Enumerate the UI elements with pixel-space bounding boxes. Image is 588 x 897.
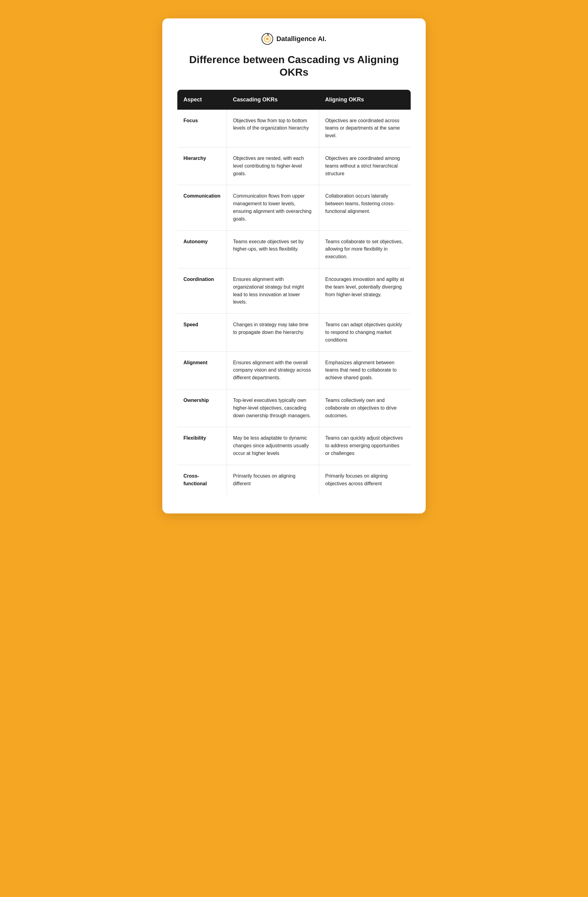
- table-header-row: Aspect Cascading OKRs Aligning OKRs: [177, 89, 411, 110]
- comparison-table: Aspect Cascading OKRs Aligning OKRs Focu…: [177, 89, 411, 495]
- cascading-cell: Objectives flow from top to bottom level…: [227, 110, 319, 147]
- aspect-cell: Hierarchy: [177, 147, 227, 185]
- col-header-aspect: Aspect: [177, 89, 227, 110]
- aspect-cell: Flexibility: [177, 427, 227, 465]
- cascading-cell: Top-level executives typically own highe…: [227, 389, 319, 427]
- page-title: Difference between Cascading vs Aligning…: [177, 53, 411, 78]
- aspect-cell: Coordination: [177, 268, 227, 314]
- aligning-cell: Teams collaborate to set objectives, all…: [319, 230, 411, 268]
- table-row: CommunicationCommunication flows from up…: [177, 185, 411, 230]
- aspect-cell: Focus: [177, 110, 227, 147]
- aligning-cell: Encourages innovation and agility at the…: [319, 268, 411, 314]
- table-row: FlexibilityMay be less adaptable to dyna…: [177, 427, 411, 465]
- cascading-cell: Changes in strategy may take time to pro…: [227, 314, 319, 351]
- table-row: HierarchyObjectives are nested, with eac…: [177, 147, 411, 185]
- logo-area: Datalligence AI.: [177, 33, 411, 45]
- aspect-cell: Autonomy: [177, 230, 227, 268]
- table-row: OwnershipTop-level executives typically …: [177, 389, 411, 427]
- table-row: AlignmentEnsures alignment with the over…: [177, 351, 411, 389]
- aligning-cell: Collaboration occurs laterally between t…: [319, 185, 411, 230]
- aspect-cell: Alignment: [177, 351, 227, 389]
- cascading-cell: May be less adaptable to dynamic changes…: [227, 427, 319, 465]
- cascading-cell: Ensures alignment with the overall compa…: [227, 351, 319, 389]
- aligning-cell: Teams can adapt objectives quickly to re…: [319, 314, 411, 351]
- aligning-cell: Teams collectively own and collaborate o…: [319, 389, 411, 427]
- main-card: Datalligence AI. Difference between Casc…: [162, 18, 426, 513]
- aspect-cell: Ownership: [177, 389, 227, 427]
- aligning-cell: Objectives are coordinated among teams w…: [319, 147, 411, 185]
- cascading-cell: Communication flows from upper managemen…: [227, 185, 319, 230]
- cascading-cell: Objectives are nested, with each level c…: [227, 147, 319, 185]
- aligning-cell: Primarily focuses on aligning objectives…: [319, 465, 411, 495]
- table-row: Cross-functionalPrimarily focuses on ali…: [177, 465, 411, 495]
- aligning-cell: Teams can quickly adjust objectives to a…: [319, 427, 411, 465]
- aligning-cell: Objectives are coordinated across teams …: [319, 110, 411, 147]
- table-row: SpeedChanges in strategy may take time t…: [177, 314, 411, 351]
- aspect-cell: Communication: [177, 185, 227, 230]
- col-header-cascading: Cascading OKRs: [227, 89, 319, 110]
- svg-point-2: [266, 38, 269, 40]
- cascading-cell: Primarily focuses on aligning different: [227, 465, 319, 495]
- table-row: AutonomyTeams execute objectives set by …: [177, 230, 411, 268]
- table-row: FocusObjectives flow from top to bottom …: [177, 110, 411, 147]
- aligning-cell: Emphasizes alignment between teams that …: [319, 351, 411, 389]
- cascading-cell: Ensures alignment with organizational st…: [227, 268, 319, 314]
- logo-icon: [261, 33, 273, 45]
- aspect-cell: Cross-functional: [177, 465, 227, 495]
- aspect-cell: Speed: [177, 314, 227, 351]
- table-row: CoordinationEnsures alignment with organ…: [177, 268, 411, 314]
- col-header-aligning: Aligning OKRs: [319, 89, 411, 110]
- cascading-cell: Teams execute objectives set by higher-u…: [227, 230, 319, 268]
- logo-text: Datalligence AI.: [276, 35, 326, 43]
